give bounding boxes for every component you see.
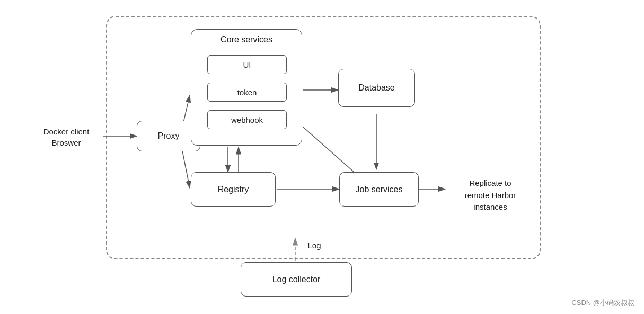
replicate-label: Replicate toremote Harborinstances bbox=[448, 177, 533, 213]
diagram-canvas: Docker client Broswer Proxy Core service… bbox=[0, 0, 644, 314]
watermark: CSDN @小码农叔叔 bbox=[571, 298, 634, 308]
core-services-label: Core services bbox=[191, 35, 302, 44]
ui-box: UI bbox=[207, 55, 287, 74]
registry-box: Registry bbox=[191, 172, 276, 207]
core-services-box: Core services UI token webhook bbox=[191, 29, 302, 146]
webhook-box: webhook bbox=[207, 110, 287, 129]
database-box: Database bbox=[338, 69, 415, 107]
job-services-box: Job services bbox=[339, 172, 419, 207]
log-label: Log bbox=[301, 241, 328, 250]
token-box: token bbox=[207, 83, 287, 102]
docker-client-label: Docker client Broswer bbox=[32, 126, 101, 148]
log-collector-box: Log collector bbox=[241, 262, 352, 297]
